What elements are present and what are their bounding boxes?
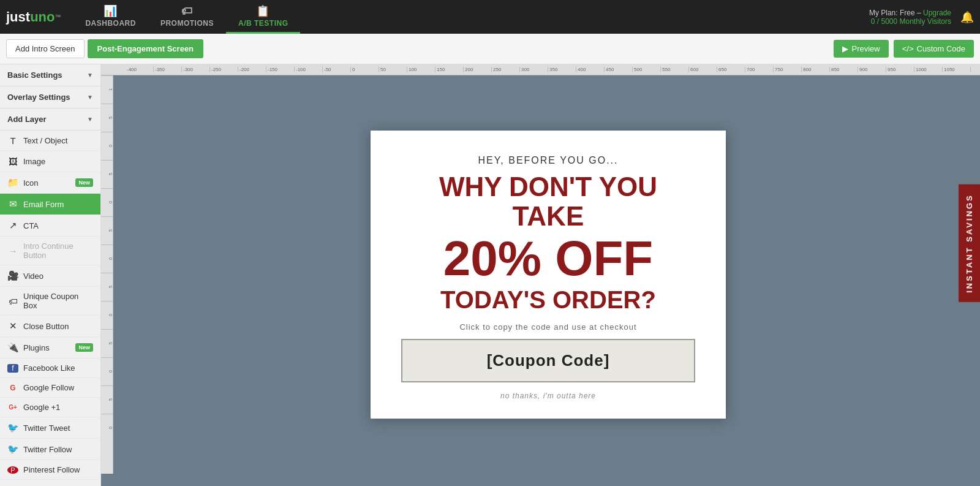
logo-tm: ™ [55, 13, 61, 20]
google-plus-icon: G+ [7, 404, 18, 411]
popup-order-text: TODAY'S ORDER? [440, 286, 656, 313]
plan-info: My Plan: Free – Upgrade 0 / 5000 Monthly… [869, 9, 951, 26]
canvas-area: HEY, BEFORE YOU GO... WHY DON'T YOU TAKE… [113, 75, 971, 474]
promotions-icon: 🏷 [181, 5, 193, 18]
sidebar-item-email-form[interactable]: ✉ Email Form [0, 194, 100, 215]
arrow-down-icon: ▼ [87, 72, 93, 78]
horizontal-ruler: -400-350-300-250-200-150-100-50050100150… [101, 64, 980, 75]
dashboard-icon: 📊 [104, 4, 118, 18]
sidebar-item-close-button[interactable]: ✕ Close Button [0, 316, 100, 337]
post-engagement-button[interactable]: Post-Engagement Screen [88, 39, 204, 58]
preview-icon: ▶ [842, 44, 848, 53]
sidebar-item-plugins[interactable]: 🔌 Plugins New [0, 337, 100, 359]
nav-item-promotions[interactable]: 🏷 PROMOTIONS [148, 0, 226, 34]
sidebar-item-unique-coupon[interactable]: 🏷 Unique Coupon Box [0, 287, 100, 316]
nav-label-promotions: PROMOTIONS [160, 19, 214, 28]
arrow-down-icon: ▼ [87, 116, 93, 123]
sidebar-section-add-layer[interactable]: Add Layer ▼ [0, 108, 100, 131]
sidebar: Basic Settings ▼ Overlay Settings ▼ Add … [0, 64, 101, 486]
nav-label-ab-testing: A/B TESTING [238, 19, 288, 28]
coupon-code-box[interactable]: [Coupon Code] [401, 339, 695, 382]
canvas-wrapper: -400-350-300-250-200-150-100-50050100150… [101, 64, 980, 486]
main-layout: Basic Settings ▼ Overlay Settings ▼ Add … [0, 64, 980, 486]
arrow-down-icon: ▼ [87, 94, 93, 101]
popup-off-text: 20% OFF [443, 234, 653, 283]
upgrade-link[interactable]: Upgrade [923, 9, 951, 17]
popup-main-text: WHY DON'T YOU TAKE [401, 172, 695, 232]
sidebar-item-text-object[interactable]: T Text / Object [0, 131, 100, 151]
logo-just: just [6, 9, 30, 25]
nav-label-dashboard: DASHBOARD [85, 19, 136, 28]
sidebar-item-google-plus[interactable]: G+ Google +1 [0, 398, 100, 417]
screen-tabs: Add Intro Screen Post-Engagement Screen [6, 39, 203, 58]
ruler-numbers: -400-350-300-250-200-150-100-50050100150… [126, 67, 971, 72]
email-form-icon: ✉ [7, 199, 18, 210]
notification-bell-icon[interactable]: 🔔 [960, 10, 974, 24]
new-badge: New [75, 178, 93, 187]
nav-item-ab-testing[interactable]: 📋 A/B TESTING [226, 0, 301, 34]
cta-icon: ↗ [7, 220, 18, 231]
sidebar-item-pinterest-follow[interactable]: P Pinterest Follow [0, 460, 100, 480]
intro-continue-icon: → [7, 246, 18, 256]
action-buttons: ▶ Preview </> Custom Code [834, 40, 974, 58]
plugins-icon: 🔌 [7, 342, 18, 353]
popup-subheading: HEY, BEFORE YOU GO... [478, 155, 618, 166]
sidebar-item-intro-continue: → Intro Continue Button [0, 237, 100, 265]
twitter-tweet-icon: 🐦 [7, 422, 18, 433]
icon-icon: 📁 [7, 177, 18, 188]
facebook-icon: f [7, 364, 18, 373]
custom-code-button[interactable]: </> Custom Code [894, 40, 974, 58]
popup-instructions: Click to copy the code and use at checko… [459, 322, 636, 332]
google-icon: G [7, 384, 18, 392]
logo-uno: uno [30, 9, 55, 25]
sidebar-item-cta[interactable]: ↗ CTA [0, 215, 100, 237]
image-icon: 🖼 [7, 156, 18, 167]
pinterest-icon: P [7, 466, 18, 474]
sidebar-item-video[interactable]: 🎥 Video [0, 265, 100, 287]
add-intro-screen-button[interactable]: Add Intro Screen [6, 39, 85, 58]
sidebar-item-linkedin-follow[interactable]: in LinkedIn Follow [0, 480, 100, 486]
nav-right: My Plan: Free – Upgrade 0 / 5000 Monthly… [869, 9, 974, 26]
twitter-follow-icon: 🐦 [7, 444, 18, 455]
sidebar-item-facebook-like[interactable]: f Facebook Like [0, 359, 100, 378]
visitor-count: 0 / 5000 Monthly Visitors [869, 17, 951, 26]
popup-container: HEY, BEFORE YOU GO... WHY DON'T YOU TAKE… [371, 131, 726, 419]
coupon-icon: 🏷 [7, 296, 18, 306]
plan-label: My Plan: Free – Upgrade [869, 9, 951, 17]
new-badge: New [75, 343, 93, 352]
nav-item-dashboard[interactable]: 📊 DASHBOARD [73, 0, 148, 34]
sidebar-item-twitter-tweet[interactable]: 🐦 Twitter Tweet [0, 417, 100, 439]
sub-navigation: Add Intro Screen Post-Engagement Screen … [0, 34, 980, 64]
code-icon: </> [902, 44, 914, 53]
preview-button[interactable]: ▶ Preview [834, 40, 888, 58]
close-icon: ✕ [7, 321, 18, 332]
sidebar-item-google-follow[interactable]: G Google Follow [0, 378, 100, 398]
sidebar-item-twitter-follow[interactable]: 🐦 Twitter Follow [0, 439, 100, 460]
vertical-ruler: 1505050505050 [101, 75, 113, 474]
ab-testing-icon: 📋 [256, 4, 270, 18]
text-object-icon: T [7, 135, 18, 146]
sidebar-section-basic-settings[interactable]: Basic Settings ▼ [0, 64, 100, 86]
video-icon: 🎥 [7, 270, 18, 281]
top-navigation: justuno™ 📊 DASHBOARD 🏷 PROMOTIONS 📋 A/B … [0, 0, 980, 34]
instant-savings-tab[interactable]: INSTANT SAVINGS [959, 184, 980, 302]
sidebar-section-overlay-settings[interactable]: Overlay Settings ▼ [0, 86, 100, 108]
sidebar-item-image[interactable]: 🖼 Image [0, 151, 100, 172]
logo[interactable]: justuno™ [6, 9, 61, 25]
nav-items: 📊 DASHBOARD 🏷 PROMOTIONS 📋 A/B TESTING [73, 0, 300, 34]
sidebar-item-icon[interactable]: 📁 Icon New [0, 172, 100, 194]
dismiss-link[interactable]: no thanks, i'm outta here [500, 392, 596, 400]
